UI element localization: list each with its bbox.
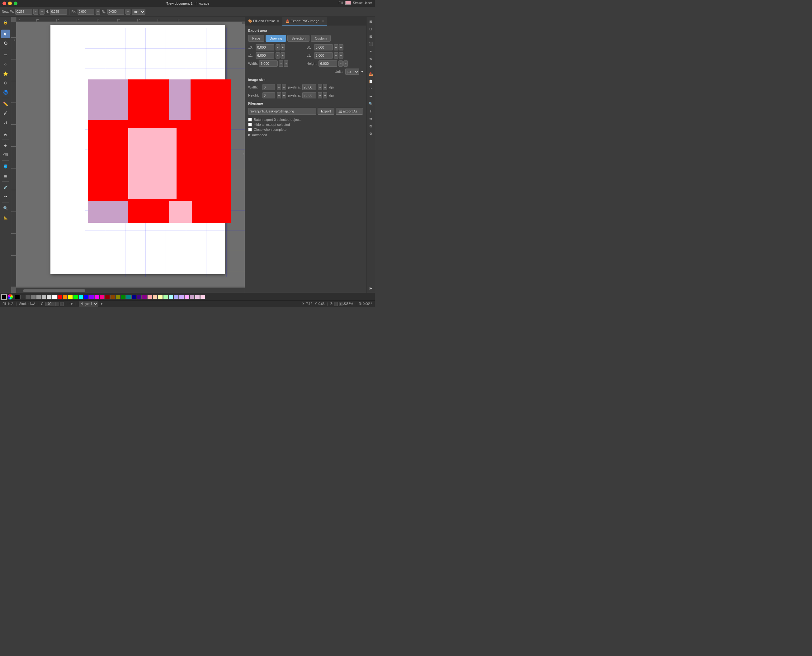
visibility-toggle[interactable]: 👁 (70, 302, 73, 306)
swatch-brown[interactable] (110, 295, 115, 299)
swatch-yellow[interactable] (68, 295, 73, 299)
x0-input[interactable] (256, 44, 274, 51)
swatch-lightpink[interactable] (184, 295, 189, 299)
swatch-lightblue[interactable] (174, 295, 179, 299)
drawing-btn[interactable]: Drawing (266, 35, 286, 42)
bucket-tool-btn[interactable]: 🪣 (1, 162, 10, 171)
opacity-minus-btn[interactable]: − (56, 302, 59, 306)
close-complete-checkbox[interactable] (248, 128, 252, 132)
swatch-red[interactable] (57, 295, 62, 299)
width-coord-input[interactable] (259, 60, 278, 67)
x1-minus-btn[interactable]: − (276, 52, 280, 59)
box3d-tool-btn[interactable]: ⬡ (1, 79, 10, 87)
swatch-cyan[interactable] (79, 295, 83, 299)
export-button[interactable]: Export (318, 108, 334, 114)
fr-btn-4[interactable]: ⬛ (367, 40, 374, 47)
swatch-plum[interactable] (190, 295, 195, 299)
eyedropper-tool-btn[interactable]: 💉 (1, 183, 10, 192)
swatch-darkred[interactable] (105, 295, 110, 299)
dpi1-minus-btn[interactable]: − (318, 84, 322, 90)
y1-input[interactable] (314, 52, 333, 59)
fr-btn-3[interactable]: ⊠ (367, 33, 374, 40)
export-as-button[interactable]: 🖼 Export As... (336, 108, 363, 114)
spiral-tool-btn[interactable]: 🌀 (1, 88, 10, 97)
fr-right-arrow[interactable]: ▶ (367, 285, 374, 292)
swatch-purple[interactable] (137, 295, 142, 299)
rx-input[interactable] (77, 9, 94, 15)
img-width-plus-btn[interactable]: + (282, 84, 286, 90)
width-plus-btn[interactable]: + (40, 9, 45, 15)
rx-plus-btn[interactable]: + (96, 9, 100, 15)
fr-btn-1[interactable]: ⊞ (367, 18, 374, 25)
measure-tool-btn[interactable]: 📐 (1, 213, 10, 222)
y0-plus-btn[interactable]: + (339, 44, 343, 51)
swatch-mid1[interactable] (36, 295, 41, 299)
advanced-row[interactable]: ▶ Advanced (248, 133, 363, 137)
star-tool-btn[interactable]: ⭐ (1, 69, 10, 78)
swatch-darkmagenta[interactable] (142, 295, 147, 299)
width-input[interactable] (15, 9, 32, 15)
swatch-black[interactable] (15, 295, 20, 299)
swatch-blue[interactable] (84, 295, 89, 299)
text-tool-btn[interactable]: A (1, 130, 10, 138)
fill-stroke-close[interactable]: ✕ (277, 19, 279, 23)
fr-btn-6[interactable]: ⟲ (367, 56, 374, 62)
lock-btn[interactable]: 🔒 (1, 18, 10, 27)
filename-input[interactable] (248, 108, 316, 114)
pencil-tool-btn[interactable]: ✏️ (1, 99, 10, 108)
swatch-magenta[interactable] (94, 295, 99, 299)
width-plus-btn[interactable]: + (284, 60, 288, 67)
node-tool-btn[interactable] (1, 39, 10, 48)
x1-input[interactable] (256, 52, 274, 59)
y1-plus-btn[interactable]: + (339, 52, 343, 59)
zoom-minus-btn[interactable]: − (334, 302, 338, 306)
selection-btn[interactable]: Selection (287, 35, 309, 42)
maximize-button[interactable] (14, 2, 17, 5)
y1-minus-btn[interactable]: − (334, 52, 338, 59)
swatch-teal[interactable] (126, 295, 131, 299)
fr-btn-14[interactable]: ⊛ (367, 115, 374, 122)
swatch-thistle[interactable] (195, 295, 200, 299)
hscroll-thumb[interactable] (23, 289, 85, 292)
swatch-orange[interactable] (63, 295, 68, 299)
hide-except-checkbox[interactable] (248, 123, 252, 127)
img-width-minus-btn[interactable]: − (277, 84, 281, 90)
fill-stroke-tab[interactable]: 🎨 Fill and Stroke ✕ (245, 17, 283, 26)
layer-select[interactable]: •Layer 1 (79, 302, 99, 306)
height-input[interactable] (50, 9, 67, 15)
fr-btn-8[interactable]: 📤 (367, 70, 374, 77)
width-minus-btn[interactable]: − (33, 9, 38, 15)
canvas-wrapper[interactable] (16, 22, 245, 286)
color-wheel[interactable] (8, 294, 13, 300)
dpi2-minus-btn[interactable]: − (318, 92, 322, 98)
pixel-art[interactable] (88, 79, 231, 223)
dpi2-plus-btn[interactable]: + (323, 92, 327, 98)
height-minus-btn[interactable]: − (338, 60, 343, 67)
opacity-input[interactable] (45, 302, 54, 306)
swatch-green[interactable] (73, 295, 78, 299)
custom-btn[interactable]: Custom (311, 35, 330, 42)
horizontal-scrollbar[interactable] (16, 288, 245, 293)
dpi1-plus-btn[interactable]: + (323, 84, 327, 90)
circle-tool-btn[interactable]: ○ (1, 60, 10, 68)
img-height-input[interactable] (262, 92, 275, 98)
x1-plus-btn[interactable]: + (281, 52, 285, 59)
swatch-lightcyan[interactable] (168, 295, 173, 299)
fr-btn-15[interactable]: ⧉ (367, 123, 374, 130)
pen-tool-btn[interactable]: 🖊 (1, 109, 10, 118)
y0-input[interactable] (314, 44, 333, 51)
connector-tool-btn[interactable]: ⊶ (1, 192, 10, 201)
swatch-lightred[interactable] (147, 295, 152, 299)
fr-btn-12[interactable]: 🔍 (367, 100, 374, 107)
units-select[interactable]: mm px in (132, 9, 145, 15)
height-plus-btn[interactable]: + (343, 60, 348, 67)
swatch-lightgreen[interactable] (163, 295, 168, 299)
fr-btn-5[interactable]: ≡ (367, 48, 374, 55)
black-white-swatch[interactable] (1, 294, 7, 300)
swatch-white[interactable] (52, 295, 57, 299)
swatch-dark2[interactable] (26, 295, 31, 299)
swatch-violet[interactable] (89, 295, 94, 299)
opacity-plus-btn[interactable]: + (60, 302, 64, 306)
minimize-button[interactable] (8, 2, 12, 5)
height-coord-input[interactable] (318, 60, 337, 67)
